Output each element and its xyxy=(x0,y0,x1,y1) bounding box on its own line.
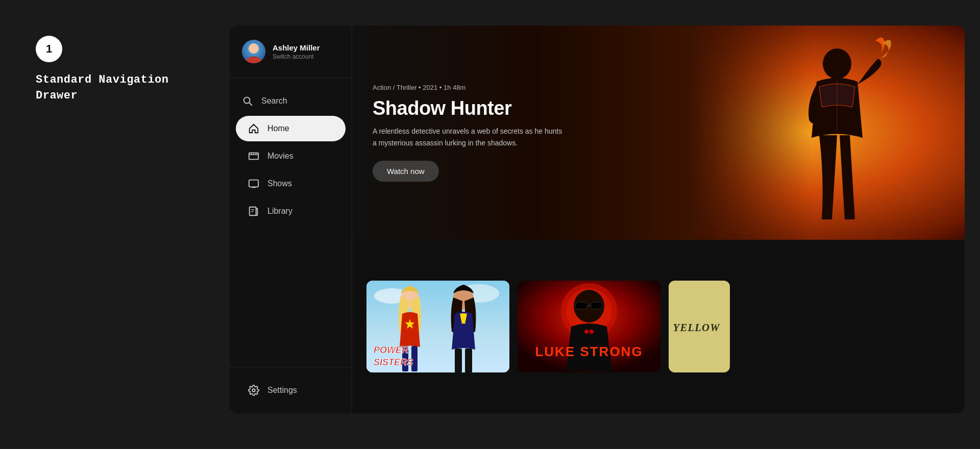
hero-section: Action / Thriller • 2021 • 1h 48m Shadow… xyxy=(352,26,965,240)
svg-text:POWER: POWER xyxy=(374,345,408,355)
main-content: Action / Thriller • 2021 • 1h 48m Shadow… xyxy=(352,26,965,413)
movies-label: Movies xyxy=(267,152,293,161)
svg-text:SISTERS: SISTERS xyxy=(374,357,413,367)
library-label: Library xyxy=(267,207,292,216)
annotation-title: Standard Navigation Drawer xyxy=(36,72,209,104)
svg-point-15 xyxy=(252,389,255,392)
watch-now-button[interactable]: Watch now xyxy=(373,161,439,182)
svg-point-40 xyxy=(587,330,591,333)
search-label: Search xyxy=(261,96,287,106)
svg-rect-36 xyxy=(591,302,603,309)
sidebar: Ashley Miller Switch account xyxy=(230,26,352,413)
svg-text:YELLOW: YELLOW xyxy=(673,322,721,333)
home-icon xyxy=(248,123,259,134)
thumbnail-power-sisters[interactable]: POWER SISTERS xyxy=(366,281,509,372)
annotation-panel: 1 Standard Navigation Drawer xyxy=(15,26,230,114)
hero-info: Action / Thriller • 2021 • 1h 48m Shadow… xyxy=(373,26,709,240)
svg-rect-10 xyxy=(249,180,258,187)
shows-label: Shows xyxy=(267,179,292,188)
svg-rect-35 xyxy=(575,302,587,309)
movies-icon xyxy=(248,151,259,162)
sidebar-item-shows[interactable]: Shows xyxy=(236,171,346,196)
app-frame: Ashley Miller Switch account xyxy=(230,26,965,413)
sidebar-item-movies[interactable]: Movies xyxy=(236,143,346,169)
outer-container: 1 Standard Navigation Drawer xyxy=(15,26,965,423)
settings-icon xyxy=(248,385,259,396)
svg-rect-12 xyxy=(250,207,256,216)
user-profile[interactable]: Ashley Miller Switch account xyxy=(230,26,352,78)
sidebar-item-search[interactable]: Search xyxy=(230,88,352,114)
switch-account[interactable]: Switch account xyxy=(273,53,320,60)
sidebar-item-library[interactable]: Library xyxy=(236,198,346,224)
thumbnail-yellow[interactable]: YELLOW xyxy=(669,281,730,372)
thumbnail-luke-strong[interactable]: LUKE STRONG xyxy=(518,281,660,372)
avatar xyxy=(242,40,265,63)
app-inner: Ashley Miller Switch account xyxy=(230,26,965,413)
search-icon xyxy=(242,95,253,107)
user-name: Ashley Miller xyxy=(273,43,320,52)
home-label: Home xyxy=(267,124,289,133)
shows-icon xyxy=(248,178,259,189)
svg-rect-28 xyxy=(465,348,472,372)
annotation-number: 1 xyxy=(36,36,62,62)
settings-label: Settings xyxy=(267,386,297,395)
svg-point-1 xyxy=(249,43,259,54)
thumbnails-section: POWER SISTERS xyxy=(352,240,965,413)
nav-section: Search Home xyxy=(230,78,352,367)
hero-meta: Action / Thriller • 2021 • 1h 48m xyxy=(373,84,709,91)
library-icon xyxy=(248,206,259,217)
svg-rect-27 xyxy=(455,348,462,372)
svg-line-4 xyxy=(249,103,252,105)
hero-title: Shadow Hunter xyxy=(373,97,709,119)
sidebar-bottom: Settings xyxy=(230,367,352,413)
sidebar-item-settings[interactable]: Settings xyxy=(236,378,346,403)
svg-text:LUKE STRONG: LUKE STRONG xyxy=(535,344,643,359)
hero-description: A relentless detective unravels a web of… xyxy=(373,126,567,148)
user-info: Ashley Miller Switch account xyxy=(273,43,320,60)
annotation-title-text: Standard Navigation Drawer xyxy=(36,73,168,102)
sidebar-item-home[interactable]: Home xyxy=(236,116,346,141)
